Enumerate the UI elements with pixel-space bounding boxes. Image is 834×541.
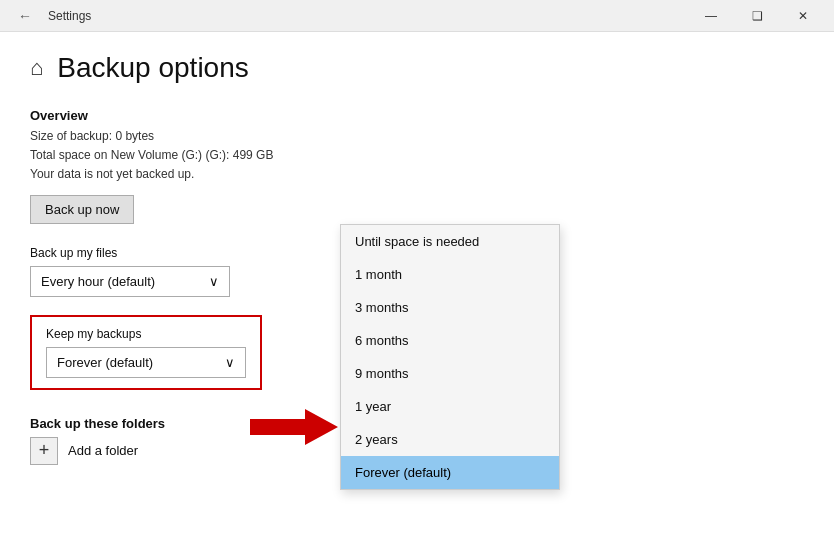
overview-section: Overview Size of backup: 0 bytes Total s…: [30, 108, 804, 224]
keep-backups-label: Keep my backups: [46, 327, 246, 341]
minimize-button[interactable]: —: [688, 0, 734, 32]
add-folder-label: Add a folder: [68, 443, 138, 458]
status-label: Your data is not yet backed up.: [30, 165, 804, 184]
dropdown-option[interactable]: 1 month: [341, 258, 559, 291]
dropdown-option[interactable]: 2 years: [341, 423, 559, 456]
home-icon: ⌂: [30, 55, 43, 81]
titlebar: ← Settings — ❑ ✕: [0, 0, 834, 32]
page-header: ⌂ Backup options: [30, 52, 804, 84]
svg-marker-0: [250, 409, 338, 445]
backup-files-dropdown[interactable]: Every hour (default) ∨: [30, 266, 230, 297]
close-button[interactable]: ✕: [780, 0, 826, 32]
dropdown-option[interactable]: 9 months: [341, 357, 559, 390]
titlebar-left: ← Settings: [12, 4, 91, 28]
backup-files-chevron: ∨: [209, 274, 219, 289]
right-arrow-icon: [250, 407, 340, 447]
keep-backups-dropdown-list: Until space is needed1 month3 months6 mo…: [340, 224, 560, 490]
arrow-indicator: [250, 407, 340, 447]
titlebar-controls: — ❑ ✕: [688, 0, 826, 32]
keep-backups-value: Forever (default): [57, 355, 153, 370]
dropdown-option[interactable]: 6 months: [341, 324, 559, 357]
add-folder-button[interactable]: +: [30, 437, 58, 465]
keep-backups-chevron: ∨: [225, 355, 235, 370]
dropdown-option[interactable]: 3 months: [341, 291, 559, 324]
back-up-now-button[interactable]: Back up now: [30, 195, 134, 224]
main-content: ⌂ Backup options Overview Size of backup…: [0, 32, 834, 485]
dropdown-option[interactable]: Forever (default): [341, 456, 559, 489]
maximize-button[interactable]: ❑: [734, 0, 780, 32]
keep-backups-dropdown[interactable]: Forever (default) ∨: [46, 347, 246, 378]
backup-files-value: Every hour (default): [41, 274, 155, 289]
overview-heading: Overview: [30, 108, 804, 123]
page-title: Backup options: [57, 52, 248, 84]
keep-backups-section: Keep my backups Forever (default) ∨: [30, 315, 262, 390]
dropdown-option[interactable]: 1 year: [341, 390, 559, 423]
size-label: Size of backup: 0 bytes: [30, 127, 804, 146]
back-button[interactable]: ←: [12, 4, 38, 28]
dropdown-option[interactable]: Until space is needed: [341, 225, 559, 258]
space-label: Total space on New Volume (G:) (G:): 499…: [30, 146, 804, 165]
titlebar-title: Settings: [48, 9, 91, 23]
